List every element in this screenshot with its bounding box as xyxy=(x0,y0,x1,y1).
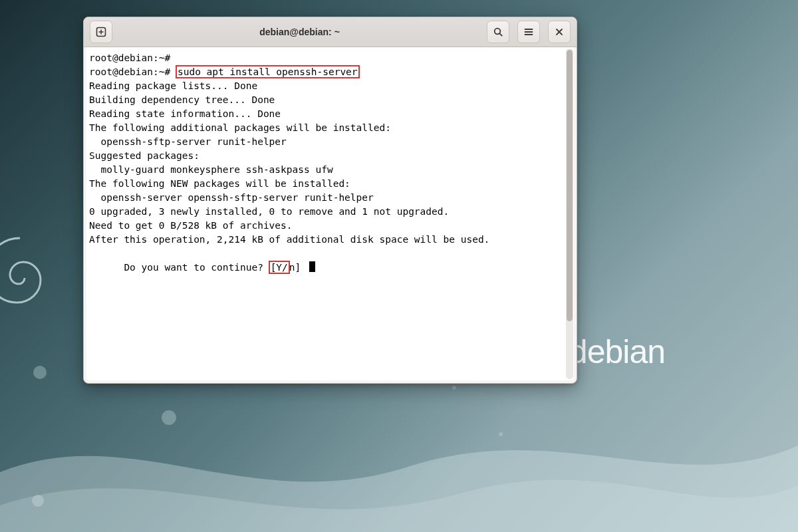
bg-dot xyxy=(499,432,503,436)
shell-prompt: root@debian:~# xyxy=(89,66,176,77)
window-titlebar[interactable]: debian@debian: ~ xyxy=(84,17,577,47)
new-tab-icon xyxy=(96,27,106,37)
bg-dot xyxy=(33,366,47,379)
search-icon xyxy=(493,27,503,37)
scrollbar-thumb[interactable] xyxy=(567,50,573,321)
continue-prompt-pre: Do you want to continue? xyxy=(124,262,269,273)
terminal-line: Reading package lists... Done xyxy=(89,79,571,93)
terminal-line: root@debian:~# sudo apt install openssh-… xyxy=(89,65,571,79)
terminal-scrollbar[interactable] xyxy=(566,49,573,379)
debian-swirl-icon xyxy=(0,233,60,332)
highlighted-command: sudo apt install openssh-server xyxy=(176,65,360,78)
terminal-line: openssh-server openssh-sftp-server runit… xyxy=(89,191,571,205)
terminal-line: openssh-sftp-server runit-helper xyxy=(89,135,571,149)
continue-prompt-highlight: [Y/ xyxy=(269,261,290,274)
terminal-line: Do you want to continue? [Y/n] xyxy=(89,247,571,289)
terminal-line: Building dependency tree... Done xyxy=(89,93,571,107)
shell-prompt: root@debian:~# xyxy=(89,53,176,63)
close-button[interactable] xyxy=(548,21,571,43)
continue-prompt-post: n] xyxy=(289,262,307,273)
bg-dot xyxy=(452,386,456,390)
bg-wave xyxy=(0,412,798,532)
bg-dot xyxy=(32,495,44,507)
search-button[interactable] xyxy=(487,21,509,43)
terminal-line: Need to get 0 B/528 kB of archives. xyxy=(89,219,571,233)
terminal-line: Suggested packages: xyxy=(89,149,571,163)
terminal-line: molly-guard monkeysphere ssh-askpass ufw xyxy=(89,163,571,177)
new-tab-button[interactable] xyxy=(90,21,112,43)
terminal-cursor xyxy=(309,261,315,272)
terminal-line: The following additional packages will b… xyxy=(89,121,571,135)
terminal-line: Reading state information... Done xyxy=(89,107,571,121)
terminal-line: After this operation, 2,214 kB of additi… xyxy=(89,233,571,247)
terminal-line: root@debian:~# xyxy=(89,51,571,65)
window-title: debian@debian: ~ xyxy=(114,27,485,37)
hamburger-icon xyxy=(523,27,534,37)
terminal-line: The following NEW packages will be insta… xyxy=(89,177,571,191)
bg-dot xyxy=(162,410,176,425)
menu-button[interactable] xyxy=(517,21,540,43)
close-icon xyxy=(555,27,564,37)
terminal-window: debian@debian: ~ root@debian:~# root@de xyxy=(83,17,577,384)
terminal-body[interactable]: root@debian:~# root@debian:~# sudo apt i… xyxy=(86,47,574,380)
debian-brand-text: debian xyxy=(569,332,665,371)
terminal-line: 0 upgraded, 3 newly installed, 0 to remo… xyxy=(89,205,571,219)
